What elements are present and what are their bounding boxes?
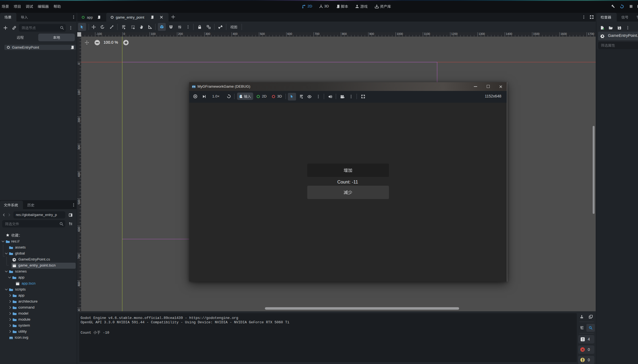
svg-text:300: 300 — [77, 145, 81, 150]
svg-text:500: 500 — [77, 200, 81, 205]
svg-text:0: 0 — [77, 63, 81, 65]
svg-text:700: 700 — [315, 32, 320, 35]
svg-text:100: 100 — [77, 90, 81, 95]
svg-text:400: 400 — [233, 32, 238, 35]
svg-text:700: 700 — [77, 254, 81, 259]
svg-text:400: 400 — [77, 172, 81, 177]
svg-text:200: 200 — [178, 32, 183, 35]
svg-text:100: 100 — [151, 32, 156, 35]
svg-text:800: 800 — [77, 282, 81, 286]
svg-text:900: 900 — [369, 32, 374, 35]
svg-text:1700: 1700 — [588, 32, 594, 35]
svg-text:1000: 1000 — [397, 32, 403, 35]
svg-text:600: 600 — [287, 32, 292, 35]
svg-text:800: 800 — [342, 32, 347, 35]
svg-text:600: 600 — [77, 227, 81, 232]
svg-text:1200: 1200 — [451, 32, 458, 35]
svg-text:1100: 1100 — [424, 32, 430, 35]
svg-text:900: 900 — [77, 309, 81, 311]
svg-text:-100: -100 — [96, 32, 102, 35]
svg-text:1600: 1600 — [560, 32, 567, 35]
svg-text:0: 0 — [123, 32, 125, 35]
svg-text:200: 200 — [77, 118, 81, 123]
svg-text:500: 500 — [260, 32, 265, 35]
svg-text:300: 300 — [205, 32, 210, 35]
svg-text:1400: 1400 — [506, 32, 512, 35]
svg-text:1300: 1300 — [478, 32, 485, 35]
svg-text:1500: 1500 — [533, 32, 540, 35]
